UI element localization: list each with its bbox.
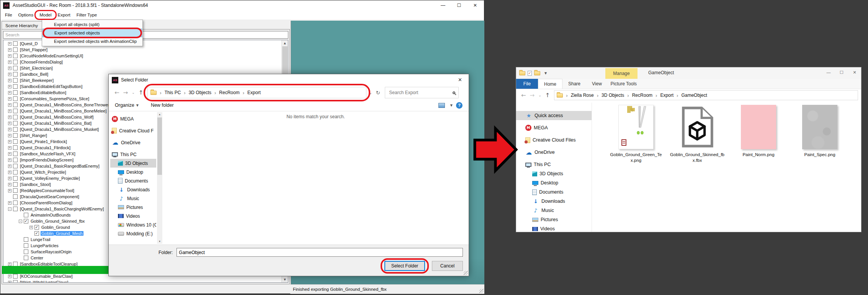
refresh-icon[interactable]: ↻ xyxy=(374,87,382,98)
expander-icon[interactable] xyxy=(8,165,11,168)
sidebar-item[interactable]: 3D Objects xyxy=(110,159,156,168)
checkbox[interactable] xyxy=(13,182,18,187)
tree-item-label[interactable]: AnimateInOutBounds xyxy=(30,213,72,217)
tree-item-label[interactable]: [Consumables_SupremePizza_Slice] xyxy=(19,96,90,101)
tree-item-label[interactable]: [ChooseParentRoomDialog] xyxy=(19,200,73,205)
close-icon[interactable]: ✕ xyxy=(451,74,469,85)
folder-icon[interactable] xyxy=(534,71,540,75)
file-name[interactable]: Goblin_Ground_Skinned_fbx.fbx xyxy=(670,152,724,163)
expander-icon[interactable] xyxy=(8,171,11,174)
breadcrumb-item[interactable]: RecRoom xyxy=(624,93,652,98)
breadcrumb-item[interactable]: Ziella Rose xyxy=(563,93,593,98)
checkbox[interactable] xyxy=(34,225,39,230)
tree-item-label[interactable]: [Quest_VolleyEnemy_Projectile] xyxy=(19,176,81,181)
expander-icon[interactable] xyxy=(8,122,11,125)
address-dropdown-icon[interactable]: ⌄ xyxy=(366,87,374,98)
expander-icon[interactable] xyxy=(8,85,11,88)
sidebar-item[interactable]: Desktop xyxy=(110,168,156,176)
file-item[interactable]: Goblin_Ground_Skinned_fbx.fbx xyxy=(669,105,726,163)
expander-icon[interactable] xyxy=(8,207,11,211)
sidebar-item[interactable]: Videos xyxy=(516,224,592,232)
menu-file[interactable]: File xyxy=(2,11,15,18)
checkbox[interactable] xyxy=(13,280,18,283)
tree-item-label[interactable]: [Quest_Dracula1_Flintlock] xyxy=(19,145,71,150)
expander-icon[interactable] xyxy=(8,109,11,113)
expander-icon[interactable] xyxy=(8,177,11,180)
help-icon[interactable]: ? xyxy=(456,102,463,109)
sidebar-item[interactable]: Quick access xyxy=(516,111,592,120)
expander-icon[interactable] xyxy=(8,60,11,64)
tree-row[interactable]: [Shirt_Flapper] xyxy=(3,47,281,53)
search-icon[interactable] xyxy=(453,91,455,94)
ribbon-tab[interactable]: File xyxy=(516,79,538,89)
expander-icon[interactable] xyxy=(8,54,11,58)
breadcrumb-item[interactable]: 3D Objects xyxy=(594,93,624,98)
file-name[interactable]: Goblin_Ground_Green_Tex.png xyxy=(609,152,663,163)
expander-icon[interactable] xyxy=(8,201,11,205)
checkbox[interactable] xyxy=(13,115,18,119)
chevron-down-icon[interactable]: ⌄ xyxy=(132,91,135,95)
checkbox[interactable] xyxy=(13,103,18,107)
address-bar[interactable]: This PC 3D Objects RecRoom Export xyxy=(147,87,366,98)
file-name[interactable]: Paint_Spec.png xyxy=(793,152,847,158)
expander-icon[interactable] xyxy=(8,48,11,52)
tree-item-label[interactable]: Goblin_Ground xyxy=(41,225,71,230)
folder-name-input[interactable] xyxy=(177,248,463,257)
close-icon[interactable]: ✕ xyxy=(467,0,483,10)
checkbox[interactable] xyxy=(13,188,18,193)
tree-item-label[interactable]: [KOConsumable_BearClaw] xyxy=(19,274,74,279)
view-mode-icon[interactable] xyxy=(438,103,445,108)
expander-icon[interactable] xyxy=(8,281,11,283)
file-name[interactable]: Paint_Norm.png xyxy=(731,152,786,158)
ribbon-tab[interactable]: View xyxy=(586,79,608,89)
tree-item-label[interactable]: [Shirt_Flapper] xyxy=(19,47,48,52)
expander-icon[interactable] xyxy=(8,91,11,95)
tree-row[interactable]: [ChooseFriendsDialog] xyxy=(3,59,281,65)
checkbox[interactable] xyxy=(13,207,18,211)
sidebar-item[interactable]: Pictures xyxy=(516,215,592,224)
checkbox[interactable] xyxy=(13,133,18,138)
checkbox[interactable] xyxy=(13,200,18,205)
checkbox[interactable] xyxy=(13,84,18,89)
ribbon-tab[interactable]: Share xyxy=(562,79,586,89)
breadcrumb-item[interactable]: Export xyxy=(240,90,261,96)
checkbox[interactable] xyxy=(13,145,18,150)
chevron-down-icon[interactable]: ▼ xyxy=(450,104,453,107)
minimize-icon[interactable]: — xyxy=(822,67,835,77)
scroll-down-icon[interactable]: ▼ xyxy=(157,239,162,244)
file-item[interactable]: Goblin_Ground_Green_Tex.png xyxy=(607,105,665,163)
up-icon[interactable]: ↑ xyxy=(545,92,550,99)
checkbox[interactable] xyxy=(13,90,18,95)
checkbox[interactable] xyxy=(13,176,18,181)
tree-row[interactable]: [CircuitNodeModeEnumSettingUI] xyxy=(3,53,281,59)
expander-icon[interactable] xyxy=(8,128,11,131)
tree-item-label[interactable]: Goblin_Ground_Skinned_fbx xyxy=(30,219,85,223)
checkbox[interactable] xyxy=(13,164,18,168)
expander-icon[interactable] xyxy=(8,158,11,162)
checkbox[interactable] xyxy=(24,256,28,260)
sidebar-item[interactable]: Music xyxy=(516,206,592,215)
tree-item-label[interactable]: [Quest_Witch_Projectile] xyxy=(19,170,67,174)
expander-icon[interactable] xyxy=(8,262,11,266)
expander-icon[interactable] xyxy=(8,42,11,46)
checkbox[interactable] xyxy=(13,139,18,144)
tree-item-label[interactable]: [Quest_Dracula1_MiniBossCoins_Wolf] xyxy=(19,115,94,119)
tree-item-label[interactable]: Center xyxy=(30,256,44,260)
forward-icon[interactable]: → xyxy=(123,89,128,96)
organize-button[interactable]: Organize ▼ xyxy=(115,103,139,108)
tree-item-label[interactable]: [CircuitNodeModeEnumSettingUI] xyxy=(19,54,84,58)
sidebar-item[interactable]: Creative Cloud F xyxy=(110,126,156,135)
checkbox[interactable] xyxy=(24,249,28,254)
sidebar-item[interactable]: Documents xyxy=(516,187,592,197)
scroll-down-icon[interactable]: ▼ xyxy=(282,277,288,282)
properties-check-icon[interactable]: ✓ xyxy=(528,71,532,76)
sidebar-item[interactable]: Documents xyxy=(110,176,156,185)
checkbox[interactable] xyxy=(24,219,28,223)
sidebar-scrollbar[interactable]: ▲ ▼ xyxy=(157,112,162,244)
tree-item-label[interactable]: LungeParticles xyxy=(30,243,59,248)
sidebar-item[interactable]: OneDrive xyxy=(516,148,592,157)
tree-item-label[interactable]: [Quest_Dracula1_BasicRangedBatEnemy] xyxy=(19,164,100,168)
scroll-up-icon[interactable]: ▲ xyxy=(282,40,288,46)
tree-item-label[interactable]: [ImportFriendsDialogScreen] xyxy=(19,158,74,162)
sidebar-item[interactable]: MEGA xyxy=(110,114,156,123)
